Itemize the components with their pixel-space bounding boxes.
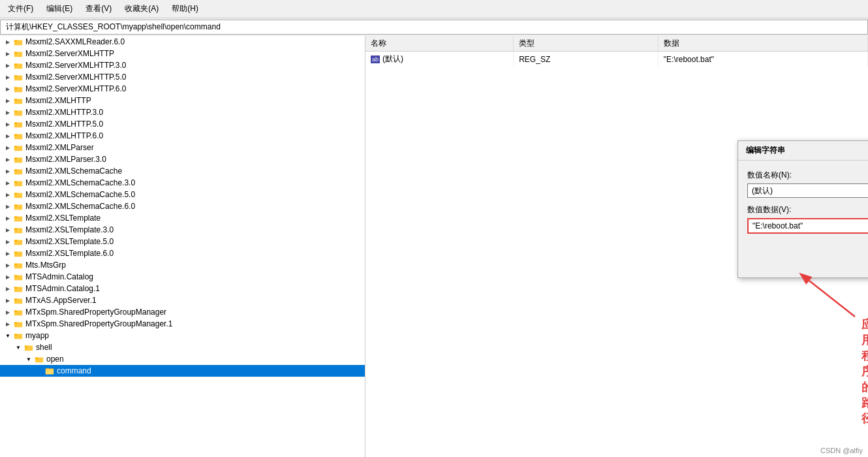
tree-item[interactable]: ▶ MTSAdmin.Catalog xyxy=(0,271,365,283)
svg-rect-23 xyxy=(14,169,17,171)
tree-arrow: ▶ xyxy=(3,142,13,153)
tree-pane[interactable]: ▶ Msxml2.SAXXMLReader.6.0▶ Msxml2.Server… xyxy=(0,36,365,457)
tree-item[interactable]: ▼ shell xyxy=(0,341,365,353)
svg-rect-33 xyxy=(14,228,17,230)
tree-item-label: MTxSpm.SharedPropertyGroupManager.1 xyxy=(25,319,172,328)
svg-rect-11 xyxy=(14,99,17,101)
tree-item-label: Msxml2.XMLHTTP.3.0 xyxy=(25,108,103,117)
value-type: REG_SZ xyxy=(514,52,659,67)
tree-item[interactable]: ▶ Msxml2.XMLSchemaCache.6.0 xyxy=(0,200,365,212)
values-table: 名称 类型 数据 ab(默认)REG_SZ"E:\reboot.bat" xyxy=(365,36,868,67)
folder-icon xyxy=(13,142,23,153)
tree-item[interactable]: ▶ MTSAdmin.Catalog.1 xyxy=(0,283,365,294)
tree-arrow: ▶ xyxy=(3,37,13,47)
svg-rect-37 xyxy=(14,251,17,253)
folder-icon xyxy=(13,272,23,282)
tree-item-label: Msxml2.XMLSchemaCache.6.0 xyxy=(25,202,135,211)
tree-item[interactable]: ▶ Msxml2.XSLTemplate.3.0 xyxy=(0,224,365,236)
svg-rect-17 xyxy=(14,134,17,136)
folder-icon xyxy=(13,201,23,212)
tree-arrow: ▶ xyxy=(3,295,13,306)
svg-rect-19 xyxy=(14,146,17,148)
tree-item[interactable]: ▶ Msxml2.ServerXMLHTTP xyxy=(0,48,365,59)
folder-icon xyxy=(13,37,23,47)
folder-icon xyxy=(13,95,23,106)
menu-help[interactable]: 帮助(H) xyxy=(169,2,201,16)
dialog-name-input[interactable] xyxy=(747,183,868,198)
dialog-data-input[interactable] xyxy=(747,218,868,234)
tree-item[interactable]: ▶ Msxml2.XMLHTTP.6.0 xyxy=(0,130,365,142)
tree-item[interactable]: ▶ Msxml2.ServerXMLHTTP.6.0 xyxy=(0,83,365,95)
tree-item-label: Msxml2.XMLSchemaCache.5.0 xyxy=(25,190,135,199)
menu-view[interactable]: 查看(V) xyxy=(83,2,114,16)
tree-item-label: Msxml2.XMLHTTP.6.0 xyxy=(25,131,103,140)
folder-icon xyxy=(13,84,23,94)
tree-item[interactable]: ▶ Msxml2.XMLHTTP.3.0 xyxy=(0,106,365,118)
tree-item-label: MTSAdmin.Catalog xyxy=(25,272,93,281)
svg-rect-29 xyxy=(14,204,17,206)
table-row[interactable]: ab(默认)REG_SZ"E:\reboot.bat" xyxy=(365,52,868,67)
tree-item[interactable]: ▶ Mts.MtsGrp xyxy=(0,259,365,271)
tree-item[interactable]: ▶ Msxml2.XMLHTTP.5.0 xyxy=(0,118,365,130)
tree-item[interactable]: ▶ Msxml2.SAXXMLReader.6.0 xyxy=(0,36,365,48)
watermark: CSDN @alfiy xyxy=(820,447,863,454)
folder-icon xyxy=(13,260,23,270)
tree-item[interactable]: ▶ Msxml2.XMLSchemaCache xyxy=(0,165,365,177)
tree-item[interactable]: ▼ myapp xyxy=(0,330,365,341)
tree-item-label: Msxml2.XSLTemplate xyxy=(25,213,101,223)
menu-favorites[interactable]: 收藏夹(A) xyxy=(122,2,161,16)
tree-item-label: Msxml2.XSLTemplate.3.0 xyxy=(25,225,114,234)
folder-icon xyxy=(13,107,23,118)
tree-item[interactable]: ▶ Msxml2.XSLTemplate.6.0 xyxy=(0,247,365,259)
tree-item[interactable]: ▶ Msxml2.XSLTemplate.5.0 xyxy=(0,236,365,247)
tree-item[interactable]: ▶ Msxml2.XMLParser.3.0 xyxy=(0,153,365,165)
tree-arrow: ▶ xyxy=(3,272,13,282)
folder-icon xyxy=(13,295,23,306)
tree-arrow: ▶ xyxy=(3,154,13,165)
folder-icon xyxy=(13,154,23,165)
svg-rect-3 xyxy=(14,52,17,54)
svg-rect-31 xyxy=(14,216,17,218)
dialog-name-label: 数值名称(N): xyxy=(747,170,868,181)
right-pane: 名称 类型 数据 ab(默认)REG_SZ"E:\reboot.bat" 编辑字… xyxy=(365,36,868,457)
annotation-text: 应用程序的路径 xyxy=(861,317,868,426)
tree-item[interactable]: ▶ MTxSpm.SharedPropertyGroupManager xyxy=(0,306,365,318)
tree-item[interactable]: ▶ MTxSpm.SharedPropertyGroupManager.1 xyxy=(0,318,365,330)
folder-icon xyxy=(13,225,23,235)
tree-item[interactable]: ▶ Msxml2.XMLSchemaCache.5.0 xyxy=(0,189,365,200)
tree-item-label: Msxml2.XMLParser xyxy=(25,143,94,152)
tree-item[interactable]: ▶ Msxml2.ServerXMLHTTP.5.0 xyxy=(0,71,365,83)
tree-arrow: ▶ xyxy=(3,119,13,129)
tree-item[interactable]: command xyxy=(0,365,365,377)
menu-file[interactable]: 文件(F) xyxy=(5,2,36,16)
tree-item[interactable]: ▶ Msxml2.XMLParser xyxy=(0,142,365,153)
svg-rect-53 xyxy=(25,345,27,347)
folder-icon xyxy=(13,72,23,82)
tree-arrow: ▶ xyxy=(3,48,13,59)
folder-icon xyxy=(13,283,23,294)
tree-item[interactable]: ▶ Msxml2.XMLHTTP xyxy=(0,95,365,106)
svg-line-60 xyxy=(809,281,855,317)
svg-rect-45 xyxy=(14,298,17,300)
main-area: ▶ Msxml2.SAXXMLReader.6.0▶ Msxml2.Server… xyxy=(0,36,868,457)
tree-arrow: ▶ xyxy=(3,213,13,223)
tree-item[interactable]: ▶ Msxml2.XSLTemplate xyxy=(0,212,365,224)
svg-rect-21 xyxy=(14,157,17,159)
tree-arrow: ▶ xyxy=(3,95,13,106)
tree-item[interactable]: ▶ Msxml2.ServerXMLHTTP.3.0 xyxy=(0,59,365,71)
menu-edit[interactable]: 编辑(E) xyxy=(44,2,75,16)
tree-item[interactable]: ▶ MTxAS.AppServer.1 xyxy=(0,294,365,306)
dialog-data-label: 数值数据(V): xyxy=(747,204,868,215)
tree-item[interactable]: ▶ Msxml2.XMLSchemaCache.3.0 xyxy=(0,177,365,189)
svg-rect-27 xyxy=(14,193,17,195)
svg-rect-41 xyxy=(14,275,17,277)
tree-arrow: ▼ xyxy=(13,342,23,353)
tree-item-label: MTSAdmin.Catalog.1 xyxy=(25,284,100,293)
folder-icon xyxy=(13,60,23,71)
folder-icon xyxy=(13,119,23,129)
tree-item-label: Msxml2.XMLSchemaCache.3.0 xyxy=(25,178,135,187)
address-text: 计算机\HKEY_CLASSES_ROOT\myapp\shell\open\c… xyxy=(6,22,221,33)
svg-rect-25 xyxy=(14,181,17,183)
folder-icon xyxy=(13,178,23,188)
tree-item[interactable]: ▼ open xyxy=(0,353,365,365)
